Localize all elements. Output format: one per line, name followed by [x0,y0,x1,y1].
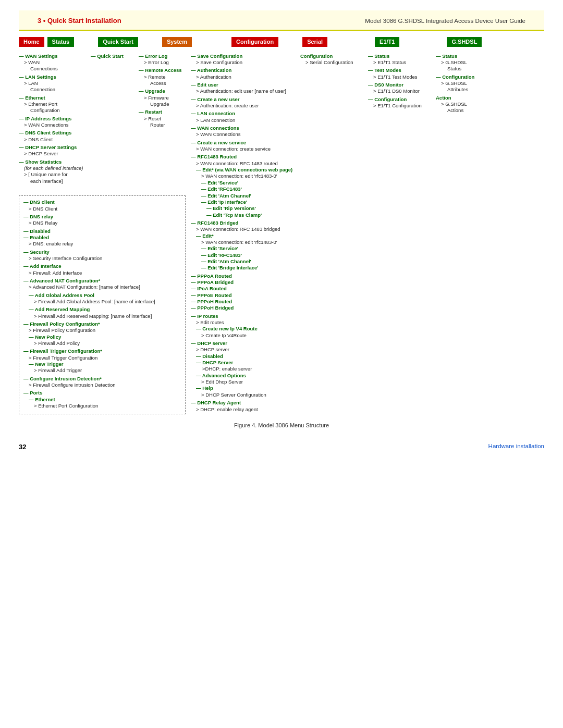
authentication-sub: Authentication [191,74,300,80]
nav-serial[interactable]: Serial [302,37,327,46]
system-column: — Error Log Error Log — Remote Access Re… [139,53,191,130]
edit-service-label: — Edit 'Service' [191,180,300,186]
nav-e1t1[interactable]: E1/T1 [375,37,399,46]
dhcp-server-settings-label: — DHCP Server Settings [19,144,87,151]
ethernet-2-label: — Ethernet [23,397,181,403]
e1t1-column: — Status E1/T1 Status — Test Modes E1/T1… [368,53,436,111]
dns-client-label: — DNS client [23,199,181,205]
save-config-label: — Save Configuration [191,53,300,59]
edit-tcp-mss-label: — Edit 'Tcp Mss Clamp' [191,212,300,218]
edit-via-wan-label: — Edit* (via WAN connections web page) [191,167,300,173]
status-column: — WAN Settings WAN Connections — LAN Set… [19,53,87,415]
chapter-label: 3 • Quick Start Installation [38,17,121,24]
edit-service2-label: — Edit 'Service' [191,245,300,252]
qs-quickstart-label: — Quick Start [91,53,139,59]
security-interface-sub: Security Interface Configuration [23,255,181,262]
remote-access-sub: Remote [139,74,191,80]
dhcp-relay-sub: DHCP: enable relay agent [191,406,300,413]
create-service-sub: WAN connection: create service [191,146,300,152]
rfc1483-bridged-label: — RFC1483 Bridged [191,220,300,226]
edit-via-wan-sub: WAN connection: edit 'rfc1483-0' [191,173,300,179]
create-ipv4-sub: Create Ip V4Route [191,332,300,339]
nav-system[interactable]: System [162,37,192,46]
edit-bridged-sub: WAN connection: edit 'rfc1483-0' [191,239,300,245]
disabled-label: — Disabled [23,228,181,235]
test-modes-label: — Test Modes [368,67,436,73]
add-global-sub: Firewall Add Global Address Pool: [name … [23,299,181,305]
nav-configuration[interactable]: Configuration [231,37,278,46]
edit-atm2-label: — Edit 'Atm Channel' [191,258,300,265]
wan-connections-sub2: WAN Connections [191,131,300,138]
add-reserved-sub: Firewall Add Reserved Mapping: [name of … [23,313,181,319]
wan-connections-label: — WAN connections [191,125,300,131]
gshdsl-status-sub: G.SHDSL [436,59,493,66]
restart-label: — Restart [139,109,191,115]
error-log-label: — Error Log [139,53,191,59]
create-new-user-label: — Create a new user [191,96,300,103]
firewall-policy-label: — Firewall Policy Configuration* [23,321,181,327]
dhcp-server-label: — DHCP server [191,340,300,347]
test-modes-sub: E1/T1 Test Modes [368,74,436,80]
edit-bridge-label: — Edit 'Bridge Interface' [191,265,300,271]
ip-routes-label: — IP routes [191,313,300,319]
ip-address-settings-label: — IP Address Settings [19,116,87,122]
advanced-nat-sub: Advanced NAT Configuration: [name of int… [23,284,181,290]
firewall-add-interface-sub: Firewall: Add Interface [23,270,181,276]
header-subtitle: Model 3086 G.SHDSL Integrated Access Dev… [365,18,525,24]
edit-dhcp-sub: Edit Dhcp Server [191,379,300,385]
firmware-upgrade-sub: Firmware [139,95,191,101]
dhcp-relay-agent-label: — DHCP Relay Agent [191,400,300,406]
gshdsl-config-sub: G.SHDSL [436,80,493,87]
gshdsl-action-label: Action [436,95,493,101]
upgrade-label: — Upgrade [139,88,191,94]
dns-client-settings-label: — DNS Client Settings [19,130,87,136]
edit-rip-versions-label: — Edit 'Rip Versions' [191,205,300,212]
lan-connection-sub2: LAN connection [191,117,300,124]
dns-relay-label: — DNS relay [23,214,181,220]
lan-settings-label: — LAN Settings [19,74,87,80]
serial-config-label: Configuration [300,53,368,59]
dhcp-server2-label: — DHCP Server [191,360,300,366]
edit-ip-interface-label: — Edit 'Ip Interface' [191,199,300,205]
dashed-section: — DNS client DNS Client — DNS relay DNS … [19,195,186,414]
dns-client-2-sub: DNS Client [23,206,181,212]
gshdsl-action-sub: G.SHDSL [436,101,493,107]
footer-link[interactable]: Hardware installation [488,443,544,451]
advanced-nat-label: — Advanced NAT Configuration* [23,278,181,284]
wan-connections-sub: WAN [19,59,87,66]
dhcp-server-config-sub: DHCP Server Configuration [191,392,300,398]
edit-user-sub: Authentication: edit user [name of user] [191,88,300,94]
menu-columns: — WAN Settings WAN Connections — LAN Set… [19,53,544,415]
help-label: — Help [191,385,300,391]
pppoh-bridged-label: — PPPoH Bridged [191,305,300,311]
page-header: 3 • Quick Start Installation Model 3086 … [19,10,544,31]
serial-column: Configuration Serial Configuration [300,53,368,68]
error-log-sub: Error Log [139,59,191,66]
bullet: • [43,17,47,24]
ip-routes-sub: Edit routes [191,319,300,326]
nav-gshdsl[interactable]: G.SHDSL [447,37,482,46]
reset-router-sub: Reset [139,116,191,122]
gshdsl-config-label: — Configuration [436,74,493,80]
lan-connection-sub: LAN [19,80,87,87]
quickstart-column: — Quick Start [87,53,139,186]
serial-config-sub: Serial Configuration [300,59,368,66]
remote-access-label: — Remote Access [139,67,191,73]
nav-home[interactable]: Home [19,37,44,46]
firewall-trigger-sub: Firewall Trigger Configuration [23,355,181,361]
ds0-monitor-sub: E1/T1 DS0 Monitor [368,88,436,94]
page-footer: 32 Hardware installation [19,440,544,451]
nav-quickstart[interactable]: Quick Start [98,37,138,46]
nav-status[interactable]: Status [47,37,75,46]
edit-rfc1483-2-label: — Edit 'RFC1483' [191,252,300,258]
pppoh-routed-label: — PPPoH Routed [191,299,300,305]
dhcp-server-sub2: DHCP server [191,347,300,353]
gshdsl-column: — Status G.SHDSL Status — Configuration … [436,53,493,116]
create-user-sub: Authentication: create user [191,103,300,109]
ipoa-routed-label: — IPoA Routed [191,286,300,292]
edit-rfc1483-label: — Edit 'RFC1483' [191,186,300,192]
configure-intrusion-label: — Configure Intrusion Detection* [23,376,181,382]
edit-atm-channel-label: — Edit 'Atm Channel' [191,193,300,199]
firewall-policy-sub: Firewall Policy Configuration [23,327,181,334]
authentication-label: — Authentication [191,67,300,73]
